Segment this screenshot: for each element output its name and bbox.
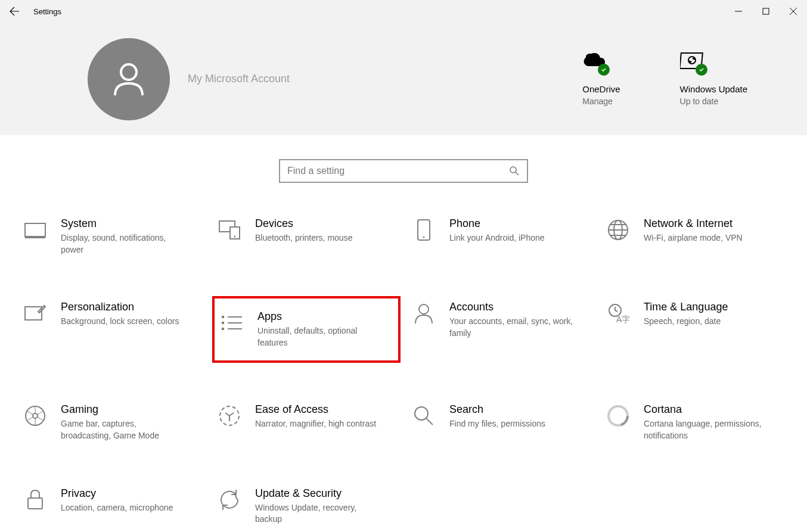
privacy-icon bbox=[23, 487, 48, 512]
category-search[interactable]: Search Find my files, permissions bbox=[406, 399, 595, 446]
ease-icon bbox=[217, 403, 242, 428]
apps-icon bbox=[219, 310, 244, 335]
back-arrow-icon bbox=[9, 6, 20, 17]
svg-point-17 bbox=[419, 304, 429, 314]
svg-point-2 bbox=[586, 54, 594, 60]
accounts-icon bbox=[411, 301, 436, 326]
window-controls bbox=[725, 0, 807, 23]
svg-rect-14 bbox=[222, 316, 224, 318]
svg-rect-26 bbox=[28, 498, 42, 509]
search-icon bbox=[411, 403, 436, 428]
status-subtitle: Manage bbox=[582, 97, 620, 106]
category-system[interactable]: System Display, sound, notifications, po… bbox=[18, 213, 206, 260]
category-description: Cortana language, permissions, notificat… bbox=[644, 418, 769, 441]
category-devices[interactable]: Devices Bluetooth, printers, mouse bbox=[212, 213, 401, 260]
close-button[interactable] bbox=[780, 0, 807, 23]
account-label: My Microsoft Account bbox=[188, 73, 290, 85]
time-icon: A字 bbox=[606, 301, 631, 326]
category-accounts[interactable]: Accounts Your accounts, email, sync, wor… bbox=[406, 296, 595, 363]
category-title: Network & Internet bbox=[644, 217, 784, 230]
maximize-icon bbox=[762, 8, 769, 15]
svg-point-23 bbox=[415, 407, 428, 420]
status-title: Windows Update bbox=[680, 84, 747, 94]
category-title: Privacy bbox=[61, 487, 201, 500]
maximize-button[interactable] bbox=[752, 0, 780, 23]
category-network[interactable]: Network & Internet Wi-Fi, airplane mode,… bbox=[601, 213, 789, 260]
window-title: Settings bbox=[33, 7, 61, 16]
category-title: Cortana bbox=[644, 403, 784, 416]
category-description: Your accounts, email, sync, work, family bbox=[449, 316, 575, 339]
cortana-icon bbox=[606, 403, 631, 428]
header-section: My Microsoft Account OneDrive Manage Win… bbox=[0, 23, 807, 135]
category-description: Background, lock screen, colors bbox=[61, 316, 186, 328]
category-title: System bbox=[61, 217, 201, 230]
category-description: Find my files, permissions bbox=[449, 418, 575, 430]
category-description: Game bar, captures, broadcasting, Game M… bbox=[61, 418, 186, 441]
category-description: Uninstall, defaults, optional features bbox=[257, 325, 383, 349]
svg-rect-16 bbox=[222, 328, 224, 330]
check-badge-icon bbox=[696, 64, 707, 76]
category-description: Windows Update, recovery, backup bbox=[255, 502, 380, 525]
minimize-button[interactable] bbox=[725, 0, 752, 23]
category-title: Ease of Access bbox=[255, 403, 396, 416]
gaming-icon bbox=[23, 403, 48, 428]
svg-point-4 bbox=[510, 167, 516, 173]
search-container bbox=[0, 159, 807, 183]
back-button[interactable] bbox=[0, 0, 29, 23]
svg-rect-0 bbox=[763, 8, 769, 14]
category-description: Speech, region, date bbox=[644, 316, 769, 328]
category-apps[interactable]: Apps Uninstall, defaults, optional featu… bbox=[212, 296, 401, 363]
category-title: Update & Security bbox=[255, 487, 396, 500]
svg-point-10 bbox=[423, 237, 425, 238]
svg-rect-5 bbox=[25, 223, 45, 237]
category-ease[interactable]: Ease of Access Narrator, magnifier, high… bbox=[212, 399, 401, 446]
category-phone[interactable]: Phone Link your Android, iPhone bbox=[406, 213, 595, 260]
category-privacy[interactable]: Privacy Location, camera, microphone bbox=[18, 483, 206, 530]
search-box[interactable] bbox=[279, 159, 528, 183]
svg-rect-15 bbox=[222, 322, 224, 324]
category-description: Bluetooth, printers, mouse bbox=[255, 232, 380, 244]
titlebar: Settings bbox=[0, 0, 807, 23]
category-cortana[interactable]: Cortana Cortana language, permissions, n… bbox=[601, 399, 789, 446]
categories-grid: System Display, sound, notifications, po… bbox=[0, 213, 807, 530]
close-icon bbox=[790, 8, 797, 15]
category-title: Apps bbox=[257, 310, 393, 323]
category-description: Narrator, magnifier, high contrast bbox=[255, 418, 380, 430]
svg-point-21 bbox=[33, 413, 38, 418]
category-description: Link your Android, iPhone bbox=[449, 232, 575, 244]
category-title: Time & Language bbox=[644, 301, 784, 313]
category-description: Location, camera, microphone bbox=[61, 502, 186, 514]
svg-point-1 bbox=[121, 64, 136, 80]
category-gaming[interactable]: Gaming Game bar, captures, broadcasting,… bbox=[18, 399, 206, 446]
category-description: Wi-Fi, airplane mode, VPN bbox=[644, 232, 769, 244]
status-title: OneDrive bbox=[582, 84, 620, 94]
category-title: Phone bbox=[449, 217, 590, 230]
search-icon bbox=[509, 166, 520, 176]
personalization-icon bbox=[23, 301, 48, 326]
check-badge-icon bbox=[598, 64, 610, 76]
phone-icon bbox=[411, 217, 436, 242]
category-title: Personalization bbox=[61, 301, 201, 313]
svg-text:A字: A字 bbox=[616, 315, 629, 324]
search-input[interactable] bbox=[287, 166, 509, 176]
status-windows-update[interactable]: Windows Update Up to date bbox=[680, 52, 747, 106]
user-icon bbox=[108, 58, 150, 100]
svg-point-8 bbox=[234, 236, 236, 238]
category-title: Search bbox=[449, 403, 590, 416]
category-title: Accounts bbox=[449, 301, 590, 313]
category-time[interactable]: A字 Time & Language Speech, region, date bbox=[601, 296, 789, 363]
category-personalization[interactable]: Personalization Background, lock screen,… bbox=[18, 296, 206, 363]
system-icon bbox=[23, 217, 48, 242]
status-subtitle: Up to date bbox=[680, 97, 747, 106]
minimize-icon bbox=[735, 8, 742, 15]
category-title: Gaming bbox=[61, 403, 201, 416]
category-title: Devices bbox=[255, 217, 396, 230]
network-icon bbox=[606, 217, 631, 242]
category-update[interactable]: Update & Security Windows Update, recove… bbox=[212, 483, 401, 530]
avatar[interactable] bbox=[88, 38, 170, 120]
category-description: Display, sound, notifications, power bbox=[61, 232, 186, 256]
devices-icon bbox=[217, 217, 242, 242]
status-onedrive[interactable]: OneDrive Manage bbox=[582, 52, 620, 106]
update-icon bbox=[217, 487, 242, 512]
